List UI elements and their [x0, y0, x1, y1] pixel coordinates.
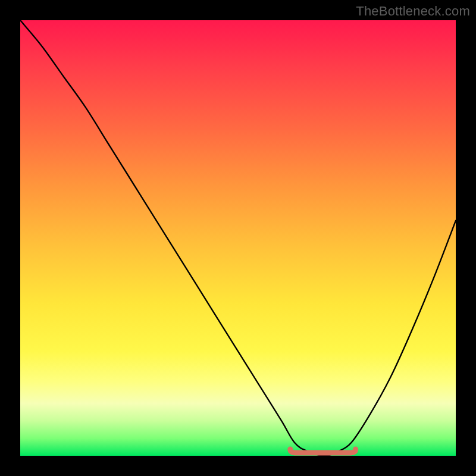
plot-area [20, 20, 456, 456]
flat-minimum-marker [290, 449, 356, 453]
watermark-text: TheBottleneck.com [356, 4, 470, 19]
bottleneck-curve-path [20, 20, 456, 456]
bottleneck-curve-svg [20, 20, 456, 456]
chart-frame: TheBottleneck.com [0, 0, 476, 476]
